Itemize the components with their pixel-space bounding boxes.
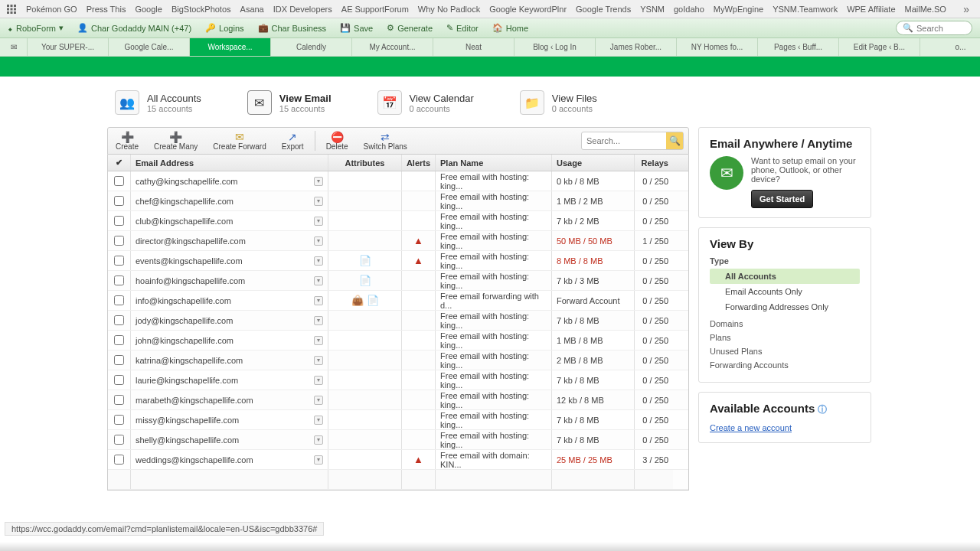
nav-all-accounts[interactable]: 👥 All Accounts15 accounts: [115, 90, 201, 115]
browser-tab[interactable]: Workspace...: [190, 38, 271, 56]
browser-tab[interactable]: My Account...: [352, 38, 433, 56]
table-row[interactable]: weddings@kingschapellife.com▾▲Free email…: [108, 450, 688, 470]
row-menu-button[interactable]: ▾: [314, 316, 323, 325]
col-plan[interactable]: Plan Name: [436, 155, 552, 171]
row-menu-button[interactable]: ▾: [314, 396, 323, 405]
export-button[interactable]: ↗Export: [274, 128, 312, 154]
row-menu-button[interactable]: ▾: [314, 356, 323, 365]
row-checkbox[interactable]: [114, 236, 124, 246]
logins-menu[interactable]: 🔑Logins: [205, 23, 243, 33]
create-button[interactable]: ➕Create: [108, 128, 146, 154]
delete-button[interactable]: ⛔Delete: [318, 128, 356, 154]
row-menu-button[interactable]: ▾: [314, 336, 323, 345]
row-menu-button[interactable]: ▾: [314, 177, 323, 186]
table-row[interactable]: katrina@kingschapellife.com▾Free email w…: [108, 350, 688, 370]
create-many-button[interactable]: ➕Create Many: [146, 128, 205, 154]
business-menu[interactable]: 💼Char Business: [258, 23, 327, 33]
bookmark-item[interactable]: Why No Padlock: [413, 3, 485, 15]
view-by-section[interactable]: Plans: [710, 333, 860, 342]
col-usage[interactable]: Usage: [552, 155, 635, 171]
create-account-link[interactable]: Create a new account: [710, 423, 792, 432]
table-search-input[interactable]: [582, 134, 666, 148]
bookmark-item[interactable]: AE SupportForum: [337, 3, 413, 15]
view-by-section[interactable]: Domains: [710, 319, 860, 328]
row-menu-button[interactable]: ▾: [314, 256, 323, 266]
browser-tab[interactable]: Blog ‹ Log In: [514, 38, 596, 56]
bookmark-item[interactable]: Google: [130, 3, 166, 15]
row-checkbox[interactable]: [114, 415, 124, 425]
table-row[interactable]: director@kingschapellife.com▾▲Free email…: [108, 231, 688, 251]
nav-view-calendar[interactable]: 📅 View Calendar0 accounts: [377, 90, 474, 115]
browser-tab[interactable]: o...: [920, 38, 980, 56]
view-by-filter[interactable]: Email Accounts Only: [710, 284, 860, 299]
bookmark-item[interactable]: IDX Developers: [269, 3, 337, 15]
row-checkbox[interactable]: [114, 335, 124, 345]
table-row[interactable]: hoainfo@kingschapellife.com▾📄Free email …: [108, 271, 688, 291]
get-started-button[interactable]: Get Started: [751, 190, 813, 208]
view-by-section[interactable]: Unused Plans: [710, 347, 860, 356]
row-checkbox[interactable]: [114, 455, 124, 465]
table-row[interactable]: events@kingschapellife.com▾📄▲Free email …: [108, 251, 688, 271]
row-menu-button[interactable]: ▾: [314, 416, 323, 425]
table-row[interactable]: marabeth@kingschapellife.com▾Free email …: [108, 390, 688, 410]
row-checkbox[interactable]: [114, 276, 124, 285]
editor-button[interactable]: ✎Editor: [446, 23, 479, 33]
home-button[interactable]: 🏠Home: [492, 23, 528, 33]
table-row[interactable]: shelly@kingschapellife.com▾Free email wi…: [108, 430, 688, 450]
col-alerts[interactable]: Alerts: [402, 155, 436, 171]
row-menu-button[interactable]: ▾: [314, 376, 323, 385]
info-icon[interactable]: ⓘ: [818, 404, 827, 415]
row-menu-button[interactable]: ▾: [314, 217, 323, 226]
bookmark-item[interactable]: WPE Affiliate: [842, 3, 900, 15]
row-checkbox[interactable]: [114, 395, 124, 405]
bookmark-item[interactable]: BigStockPhotos: [167, 3, 236, 15]
row-checkbox[interactable]: [114, 216, 124, 226]
row-menu-button[interactable]: ▾: [314, 276, 323, 285]
row-menu-button[interactable]: ▾: [314, 455, 323, 465]
table-row[interactable]: john@kingschapellife.com▾Free email with…: [108, 331, 688, 350]
save-button[interactable]: 💾Save: [340, 23, 373, 33]
browser-tab[interactable]: Edit Page ‹ B...: [839, 38, 920, 56]
row-checkbox[interactable]: [114, 315, 124, 325]
search-go-button[interactable]: 🔍: [666, 132, 683, 149]
row-checkbox[interactable]: [114, 435, 124, 445]
bookmark-item[interactable]: Asana: [236, 3, 269, 15]
row-menu-button[interactable]: ▾: [314, 435, 323, 445]
create-forward-button[interactable]: ✉Create Forward: [205, 128, 273, 154]
row-menu-button[interactable]: ▾: [314, 296, 323, 305]
bookmark-item[interactable]: Pokémon GO: [21, 3, 82, 15]
bookmark-item[interactable]: YSNM.Teamwork: [768, 3, 842, 15]
row-checkbox[interactable]: [114, 196, 124, 206]
bookmark-item[interactable]: Google KeywordPlnr: [485, 3, 571, 15]
row-checkbox[interactable]: [114, 355, 124, 365]
browser-tab[interactable]: Your SUPER-...: [28, 38, 109, 56]
col-relays[interactable]: Relays: [635, 155, 673, 171]
toolbar-search-input[interactable]: [916, 24, 962, 33]
col-email[interactable]: Email Address: [131, 155, 328, 171]
table-search[interactable]: 🔍: [581, 132, 684, 150]
toolbar-search[interactable]: 🔍: [896, 21, 972, 35]
browser-tab[interactable]: Pages ‹ Buff...: [758, 38, 839, 56]
bookmark-item[interactable]: Press This: [82, 3, 131, 15]
roboform-menu[interactable]: ⬥RoboForm▾: [8, 23, 64, 33]
browser-tab[interactable]: Calendly: [271, 38, 352, 56]
browser-tab[interactable]: Neat: [433, 38, 514, 56]
browser-tab[interactable]: James Rober...: [596, 38, 677, 56]
bookmark-item[interactable]: Google Trends: [571, 3, 635, 15]
row-menu-button[interactable]: ▾: [314, 197, 323, 206]
table-row[interactable]: missy@kingschapellife.com▾Free email wit…: [108, 410, 688, 430]
row-menu-button[interactable]: ▾: [314, 236, 323, 246]
view-by-filter[interactable]: All Accounts: [710, 269, 860, 284]
bookmark-item[interactable]: MailMe.SO: [900, 3, 951, 15]
browser-tab[interactable]: NY Homes fo...: [677, 38, 758, 56]
table-row[interactable]: info@kingschapellife.com▾👜📄Free email fo…: [108, 291, 688, 311]
identity-menu[interactable]: 👤Char Godaddy MAIN (+47): [77, 23, 191, 33]
switch-plans-button[interactable]: ⇄Switch Plans: [356, 128, 415, 154]
tab-mail[interactable]: ✉: [0, 38, 28, 56]
row-checkbox[interactable]: [114, 256, 124, 266]
table-row[interactable]: cathy@kingschapellife.com▾Free email wit…: [108, 171, 688, 191]
table-row[interactable]: laurie@kingschapellife.com▾Free email wi…: [108, 370, 688, 390]
row-checkbox[interactable]: [114, 295, 124, 305]
select-all-checkbox[interactable]: ✔: [108, 155, 131, 171]
nav-view-files[interactable]: 📁 View Files0 accounts: [520, 90, 597, 115]
